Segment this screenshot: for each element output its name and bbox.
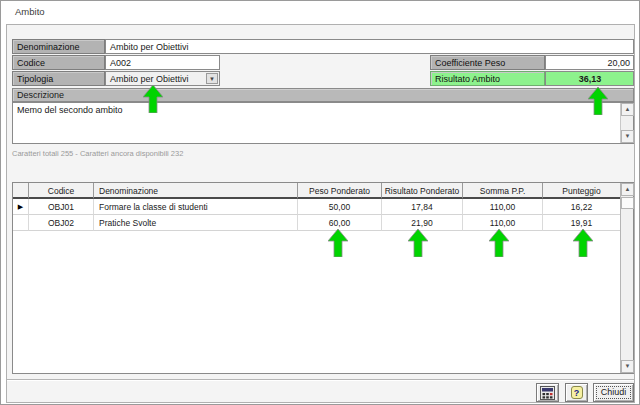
row-marker-icon: ▶ (13, 199, 29, 215)
memo-text: Memo del secondo ambito (17, 105, 123, 115)
window-title: Ambito (15, 6, 45, 17)
green-arrow-annotation (143, 85, 163, 113)
header-somma-pp: Somma P.P. (463, 183, 543, 199)
descrizione-header: Descrizione (12, 88, 634, 102)
character-count-status: Caratteri totali 255 - Caratteri ancora … (12, 149, 183, 158)
tipologia-dropdown[interactable]: Ambito per Obiettivi ▼ (105, 71, 220, 86)
tipologia-selected-value: Ambito per Obiettivi (110, 74, 189, 84)
green-arrow-annotation (328, 229, 348, 257)
table-scrollbar[interactable]: ▲ ▼ (620, 183, 633, 373)
help-icon: ? (571, 386, 583, 399)
tipologia-label: Tipologia (12, 71, 105, 86)
dropdown-arrow-icon[interactable]: ▼ (206, 73, 218, 84)
ambito-window: Ambito Denominazione Ambito per Obiettiv… (0, 0, 640, 405)
cell-denominazione: Pratiche Svolte (94, 215, 298, 231)
obiettivi-table: Codice Denominazione Peso Ponderato Risu… (12, 182, 634, 374)
cell-denominazione: Formare la classe di studenti (94, 199, 298, 215)
coefficiente-peso-label: Coefficiente Peso (430, 55, 545, 70)
focus-rectangle (596, 386, 631, 399)
denominazione-field[interactable]: Ambito per Obiettivi (105, 39, 634, 54)
header-denominazione: Denominazione (94, 183, 298, 199)
descrizione-memo-field[interactable]: Memo del secondo ambito ▲ ▼ (12, 102, 634, 144)
green-arrow-annotation (588, 87, 608, 115)
table-header-row: Codice Denominazione Peso Ponderato Risu… (13, 183, 620, 199)
calculate-button[interactable] (536, 383, 559, 402)
scroll-up-icon[interactable]: ▲ (621, 183, 634, 196)
scroll-down-icon[interactable]: ▼ (621, 360, 634, 373)
close-button[interactable]: Chiudi (593, 383, 634, 402)
memo-scrollbar[interactable]: ▲ ▼ (620, 103, 633, 143)
calculator-icon (540, 386, 555, 400)
cell-somma-pp: 110,00 (463, 199, 543, 215)
codice-label: Codice (12, 55, 105, 70)
coefficiente-peso-field[interactable]: 20,00 (545, 55, 634, 70)
header-punteggio: Punteggio (543, 183, 620, 199)
denominazione-label: Denominazione (12, 39, 105, 54)
cell-punteggio: 16,22 (543, 199, 620, 215)
header-peso-ponderato: Peso Ponderato (298, 183, 382, 199)
cell-risultato-ponderato: 17,84 (382, 199, 463, 215)
row-selector-cell (13, 215, 29, 231)
cell-codice: OBJ02 (29, 215, 94, 231)
header-selector-cell (13, 183, 29, 199)
content-panel: Denominazione Ambito per Obiettivi Codic… (6, 24, 635, 403)
table-row[interactable]: OBJ02 Pratiche Svolte 60,00 21,90 110,00… (13, 215, 620, 231)
button-bar-separator (7, 379, 634, 381)
risultato-ambito-label: Risultato Ambito (430, 71, 545, 86)
header-risultato-ponderato: Risultato Ponderato (382, 183, 463, 199)
help-button[interactable]: ? (565, 383, 588, 402)
scrollbar-thumb[interactable] (621, 197, 634, 209)
table-row[interactable]: ▶ OBJ01 Formare la classe di studenti 50… (13, 199, 620, 215)
green-arrow-annotation (489, 229, 509, 257)
green-arrow-annotation (573, 229, 593, 257)
scroll-up-icon[interactable]: ▲ (621, 103, 634, 116)
codice-field[interactable]: A002 (105, 55, 220, 70)
header-codice: Codice (29, 183, 94, 199)
cell-peso-ponderato: 50,00 (298, 199, 382, 215)
risultato-ambito-value: 36,13 (545, 71, 634, 86)
green-arrow-annotation (408, 229, 428, 257)
scroll-down-icon[interactable]: ▼ (621, 130, 634, 143)
cell-codice: OBJ01 (29, 199, 94, 215)
